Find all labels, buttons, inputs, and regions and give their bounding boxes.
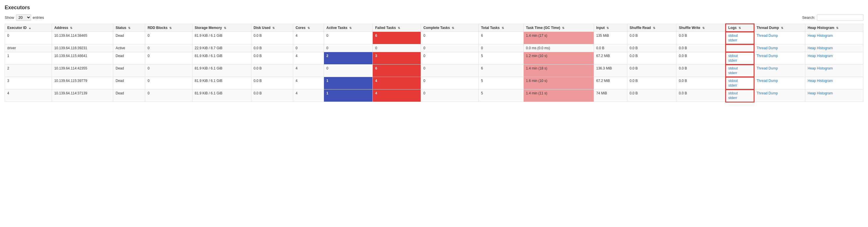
cell-input-value: 67.2 MiB (596, 54, 610, 58)
sort-arrow-rdd: ⇅ (169, 26, 172, 30)
table-row: driver10.139.64.116:39231Active022.9 KiB… (5, 44, 863, 52)
cell-rdd-blocks: 0 (145, 65, 192, 77)
th-shuffle-write[interactable]: Shuffle Write ⇅ (676, 24, 726, 32)
cell-failed-tasks-value: 4 (375, 91, 377, 95)
cell-task-time: 1.4 min (11 s) (523, 89, 594, 102)
cell-rdd-blocks-value: 0 (148, 54, 150, 58)
log-link-stdout[interactable]: stdout (728, 66, 752, 70)
cell-failed-tasks-value: 3 (375, 54, 377, 58)
cell-complete-tasks-value: 0 (423, 91, 425, 95)
th-address[interactable]: Address ⇅ (52, 24, 113, 32)
cell-executor-id-value: 4 (7, 91, 9, 95)
cell-total-tasks: 5 (478, 77, 523, 89)
cell-shuffle-write: 0.0 B (676, 44, 726, 52)
cell-disk-used-value: 0.0 B (254, 91, 262, 95)
th-complete-tasks[interactable]: Complete Tasks ⇅ (421, 24, 478, 32)
cell-total-tasks-value: 6 (481, 66, 483, 70)
th-heap-histogram[interactable]: Heap Histogram ⇅ (805, 24, 863, 32)
log-link-stderr[interactable]: stderr (728, 96, 752, 100)
cell-total-tasks: 6 (478, 65, 523, 77)
cell-status-value: Dead (116, 34, 124, 38)
cell-input-value: 67.2 MiB (596, 79, 610, 83)
cell-complete-tasks: 0 (421, 77, 478, 89)
cell-task-time-value: 1.4 min (17 s) (526, 34, 547, 38)
th-failed-tasks[interactable]: Failed Tasks ⇅ (373, 24, 421, 32)
log-link-stderr[interactable]: stderr (728, 83, 752, 87)
cell-shuffle-write: 0.0 B (676, 65, 726, 77)
th-status[interactable]: Status ⇅ (113, 24, 145, 32)
cell-input-value: 136.3 MiB (596, 66, 612, 70)
cell-total-tasks-value: 0 (481, 46, 483, 50)
log-link-stderr[interactable]: stderr (728, 71, 752, 75)
cell-cores: 4 (293, 32, 324, 44)
log-link-stderr[interactable]: stderr (728, 59, 752, 63)
cell-shuffle-read-value: 0.0 B (630, 54, 638, 58)
cell-heap-histogram: Heap Histogram (805, 52, 863, 65)
cell-thread-dump-link[interactable]: Thread Dump (756, 66, 778, 70)
cell-total-tasks-value: 6 (481, 34, 483, 38)
th-input[interactable]: Input ⇅ (594, 24, 627, 32)
cell-disk-used-value: 0.0 B (254, 54, 262, 58)
cell-address-value: 10.139.64.116:39231 (54, 46, 87, 50)
cell-storage-memory: 81.9 KiB / 6.1 GiB (192, 52, 251, 65)
cell-rdd-blocks: 0 (145, 52, 192, 65)
log-link-stdout[interactable]: stdout (728, 91, 752, 95)
th-thread-dump[interactable]: Thread Dump ⇅ (754, 24, 805, 32)
th-task-time[interactable]: Task Time (GC Time) ⇅ (523, 24, 594, 32)
th-active-tasks[interactable]: Active Tasks ⇅ (324, 24, 373, 32)
cell-complete-tasks-value: 0 (423, 46, 425, 50)
log-link-stdout[interactable]: stdout (728, 79, 752, 83)
th-cores[interactable]: Cores ⇅ (293, 24, 324, 32)
log-link-stderr[interactable]: stderr (728, 38, 752, 42)
cell-heap-histogram-link[interactable]: Heap Histogram (808, 79, 833, 83)
th-rdd-blocks[interactable]: RDD Blocks ⇅ (145, 24, 192, 32)
cell-executor-id-value: driver (7, 46, 16, 50)
cell-thread-dump-link[interactable]: Thread Dump (756, 79, 778, 83)
cell-heap-histogram-link[interactable]: Heap Histogram (808, 66, 833, 70)
cell-shuffle-read-value: 0.0 B (630, 34, 638, 38)
cell-status: Dead (113, 32, 145, 44)
th-disk-used[interactable]: Disk Used ⇅ (251, 24, 293, 32)
cell-executor-id-value: 3 (7, 79, 9, 83)
th-shuffle-read[interactable]: Shuffle Read ⇅ (627, 24, 676, 32)
entries-select[interactable]: 10 20 50 100 (16, 14, 31, 21)
th-storage-memory[interactable]: Storage Memory ⇅ (192, 24, 251, 32)
th-executor-id[interactable]: Executor ID ▲ (5, 24, 52, 32)
cell-thread-dump-link[interactable]: Thread Dump (756, 46, 778, 50)
cell-total-tasks-value: 5 (481, 79, 483, 83)
cell-thread-dump-link[interactable]: Thread Dump (756, 54, 778, 58)
cell-heap-histogram-link[interactable]: Heap Histogram (808, 54, 833, 58)
cell-failed-tasks-value: 4 (375, 79, 377, 83)
cell-failed-tasks: 6 (373, 65, 421, 77)
cell-logs: stdoutstderr (726, 77, 754, 89)
th-total-tasks[interactable]: Total Tasks ⇅ (478, 24, 523, 32)
cell-task-time-value: 1.4 min (11 s) (526, 91, 547, 95)
th-logs[interactable]: Logs ⇅ (726, 24, 754, 32)
cell-heap-histogram-link[interactable]: Heap Histogram (808, 46, 833, 50)
cell-task-time-value: 1.4 min (18 s) (526, 66, 547, 70)
sort-arrow-cores: ⇅ (307, 26, 310, 30)
cell-heap-histogram-link[interactable]: Heap Histogram (808, 34, 833, 38)
log-link-stdout[interactable]: stdout (728, 34, 752, 38)
sort-arrow-executor-id: ▲ (28, 26, 31, 30)
cell-thread-dump-link[interactable]: Thread Dump (756, 34, 778, 38)
cell-address-value: 10.139.64.115:46641 (54, 54, 87, 58)
cell-thread-dump-link[interactable]: Thread Dump (756, 91, 778, 95)
cell-thread-dump: Thread Dump (754, 44, 805, 52)
cell-disk-used-value: 0.0 B (254, 66, 262, 70)
cell-active-tasks: 0 (324, 32, 373, 44)
cell-rdd-blocks-value: 0 (148, 46, 150, 50)
cell-thread-dump: Thread Dump (754, 32, 805, 44)
cell-cores-value: 4 (296, 91, 298, 95)
cell-shuffle-read: 0.0 B (627, 44, 676, 52)
cell-input: 135 MiB (594, 32, 627, 44)
cell-address: 10.139.64.115:46641 (52, 52, 113, 65)
cell-input-value: 74 MiB (596, 91, 607, 95)
search-input[interactable] (817, 14, 863, 21)
cell-disk-used-value: 0.0 B (254, 46, 262, 50)
show-label: Show (5, 15, 14, 20)
log-link-stdout[interactable]: stdout (728, 54, 752, 58)
cell-failed-tasks: 4 (373, 77, 421, 89)
cell-status-value: Dead (116, 66, 124, 70)
cell-heap-histogram-link[interactable]: Heap Histogram (808, 91, 833, 95)
